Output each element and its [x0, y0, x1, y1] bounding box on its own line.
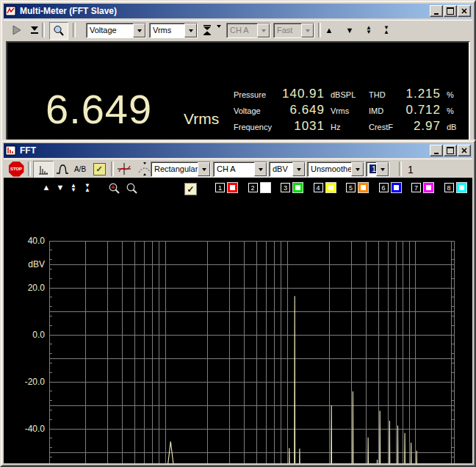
fft-titlebar[interactable]: FFT: [4, 143, 472, 158]
meter-speed-value: Fast: [274, 23, 301, 37]
reading-value: 2.97: [404, 119, 447, 134]
measurement-value: Voltage: [87, 23, 133, 37]
window-function-value: Rectangular: [151, 162, 198, 176]
expand-scale-button[interactable]: ▲▼: [362, 22, 375, 38]
close-button[interactable]: [458, 145, 471, 156]
reading-row: Voltage 6.649 Vrms IMD 0.712 %: [234, 103, 466, 119]
channel-number: 3: [281, 183, 290, 192]
channel-number: 7: [411, 183, 421, 192]
skip-to-end-button[interactable]: [26, 22, 43, 38]
multimeter-titlebar[interactable]: Multi-Meter (FFT Slave): [4, 4, 472, 18]
fft-unit-select[interactable]: dBV: [269, 162, 306, 177]
channel-checkbox[interactable]: [392, 183, 401, 192]
chevron-down-icon[interactable]: [376, 162, 389, 176]
chevron-down-icon[interactable]: [198, 162, 210, 176]
chevron-down-icon[interactable]: [184, 23, 197, 37]
channel-checkbox[interactable]: [424, 183, 433, 192]
spectrum-plot[interactable]: 1020501002005001k2k5k10k20kHz40.020.00.0…: [4, 216, 472, 463]
maximize-icon: [447, 147, 454, 154]
fft-window: FFT STOP: [0, 140, 476, 467]
reading-label: Pressure: [234, 90, 279, 99]
maximize-button[interactable]: [444, 145, 457, 156]
average-select[interactable]: 1: [366, 162, 389, 177]
channel-4-toggle[interactable]: 4: [314, 183, 336, 192]
channel-8-toggle[interactable]: 8: [444, 183, 466, 192]
chevron-down-icon: [257, 23, 270, 37]
multimeter-toolbar: Voltage Vrms CH A Fast: [4, 20, 472, 40]
channel-3-toggle[interactable]: 3: [281, 183, 303, 192]
fft-channel-value: CH A: [214, 162, 254, 176]
multimeter-window-title: Multi-Meter (FFT Slave): [20, 6, 426, 16]
fft-channel-select[interactable]: CH A: [213, 162, 267, 177]
channel-checkbox[interactable]: [457, 183, 466, 192]
meter-unit-select[interactable]: Vrms: [149, 23, 198, 38]
minimize-icon: [434, 13, 439, 15]
chevron-down-icon: [301, 23, 314, 37]
minimize-button[interactable]: [430, 145, 443, 156]
measurement-select[interactable]: Voltage: [86, 23, 146, 38]
reading-unit: dB: [447, 123, 466, 131]
reading-unit: dBSPL: [331, 90, 369, 99]
ab-label: A/B: [74, 165, 86, 173]
expand-scale-icon: ▲▼: [366, 26, 372, 35]
channel-checkbox[interactable]: [326, 183, 336, 192]
channel-6-toggle[interactable]: 6: [379, 183, 401, 192]
svg-text:-40.0: -40.0: [25, 424, 46, 434]
compare-ab-button[interactable]: A/B: [71, 161, 89, 177]
channel-number: 2: [248, 183, 258, 192]
reading-row: Frequency 1031 Hz CrestF 2.97 dB: [234, 119, 466, 135]
fft-unit-value: dBV: [270, 162, 292, 176]
window-function-select[interactable]: Rectangular: [151, 162, 211, 177]
meter-unit-value: Vrms: [150, 23, 184, 37]
compress-scale-button[interactable]: ▼▲: [380, 22, 393, 38]
stop-button[interactable]: STOP: [7, 161, 25, 177]
reading-value: 1031: [279, 119, 331, 134]
channel-checkbox[interactable]: [228, 183, 237, 192]
channel-checkbox[interactable]: [358, 183, 368, 192]
channel-row: 12345678: [4, 182, 472, 197]
maximize-icon: [447, 7, 454, 15]
minimize-icon: [434, 153, 439, 154]
channel-number: 5: [346, 183, 356, 192]
scale-up-button[interactable]: ▲: [322, 22, 336, 38]
channel-2-toggle[interactable]: 2: [248, 183, 270, 192]
close-button[interactable]: [458, 5, 471, 17]
meter-channel-value: CH A: [227, 23, 257, 37]
channel-7-toggle[interactable]: 7: [411, 183, 433, 192]
peak-hold-button[interactable]: [54, 161, 71, 177]
svg-text:-20.0: -20.0: [25, 377, 46, 387]
average-count: 1: [408, 164, 414, 175]
play-button[interactable]: [8, 22, 26, 38]
scale-down-button[interactable]: ▼: [343, 22, 356, 38]
reading-unit: Vrms: [331, 106, 369, 115]
maximize-button[interactable]: [444, 5, 457, 17]
options-button[interactable]: ✓: [90, 161, 108, 177]
channel-number: 8: [444, 183, 454, 192]
chevron-down-icon[interactable]: [254, 162, 267, 176]
magnify-button[interactable]: [49, 22, 68, 40]
multimeter-window-icon: [5, 5, 17, 17]
chevron-down-icon[interactable]: [351, 162, 364, 176]
channel-1-toggle[interactable]: 1: [215, 183, 237, 192]
smoothing-select[interactable]: Unsmoothed: [307, 162, 364, 177]
minimize-button[interactable]: [430, 5, 443, 17]
channel-checkbox[interactable]: [261, 183, 270, 192]
magnifier-icon: [53, 25, 65, 37]
channel-5-toggle[interactable]: 5: [346, 183, 368, 192]
axes-button[interactable]: [115, 161, 133, 177]
chevron-down-icon[interactable]: [292, 162, 305, 176]
channel-checkbox[interactable]: [293, 183, 303, 192]
collapse-range-button[interactable]: [201, 22, 214, 38]
svg-text:40.0: 40.0: [28, 236, 46, 246]
spectrum-view-button[interactable]: [33, 161, 54, 178]
chevron-down-icon[interactable]: [133, 23, 145, 37]
channel-number: 6: [379, 183, 389, 192]
reading-label: CrestF: [369, 123, 404, 131]
reading-label: THD: [369, 90, 404, 99]
chevron-down-icon[interactable]: [217, 28, 221, 41]
reading-unit: %: [447, 90, 466, 99]
svg-text:dBV: dBV: [28, 259, 45, 269]
channel-number: 1: [215, 183, 225, 192]
skip-to-end-icon: [30, 26, 39, 35]
play-icon: [12, 25, 22, 35]
